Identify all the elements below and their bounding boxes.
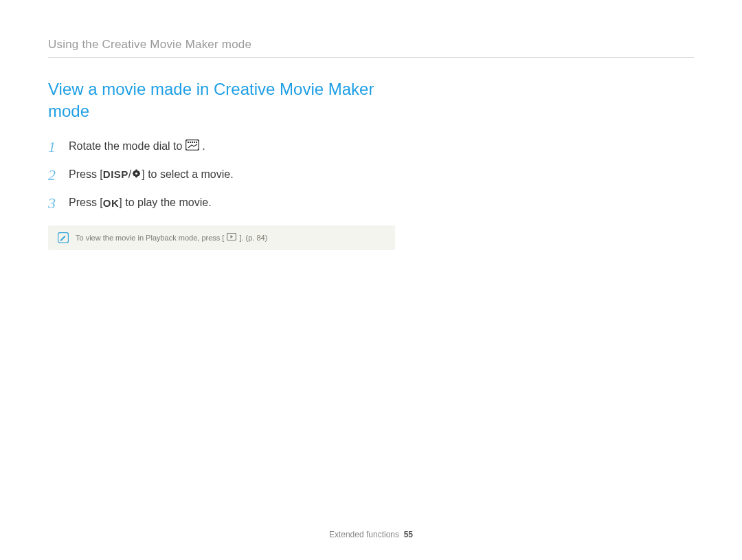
step-item: 2 Press [DISP/ ] to select a movie.: [48, 164, 405, 186]
steps-list: 1 Rotate the mode dial to .: [48, 135, 405, 214]
svg-rect-4: [194, 142, 195, 143]
footer-section: Extended functions: [329, 530, 399, 539]
page-number: 55: [404, 530, 413, 539]
movie-maker-mode-icon: [186, 139, 199, 155]
page-footer: Extended functions 55: [0, 530, 742, 539]
disp-button-icon: DISP: [103, 167, 128, 183]
svg-point-6: [135, 172, 137, 175]
svg-rect-1: [188, 142, 189, 143]
step-number: 2: [48, 164, 60, 186]
manual-page: Using the Creative Movie Maker mode View…: [0, 0, 742, 560]
svg-rect-2: [190, 142, 191, 143]
step-text: Press [OK] to play the movie.: [69, 194, 212, 211]
note-pencil-icon: [58, 232, 69, 243]
playback-icon: [227, 233, 236, 242]
section-title: View a movie made in Creative Movie Make…: [48, 78, 378, 123]
ok-button-icon: OK: [103, 196, 120, 212]
note-box: To view the movie in Playback mode, pres…: [48, 225, 395, 250]
step-item: 3 Press [OK] to play the movie.: [48, 192, 405, 214]
macro-flower-icon: [131, 167, 142, 183]
step-number: 1: [48, 135, 60, 158]
note-text: To view the movie in Playback mode, pres…: [76, 233, 267, 242]
svg-rect-5: [196, 142, 197, 143]
step-text: Rotate the mode dial to .: [69, 138, 205, 155]
svg-rect-3: [192, 142, 193, 143]
page-header: Using the Creative Movie Maker mode: [48, 38, 694, 58]
step-item: 1 Rotate the mode dial to .: [48, 135, 405, 158]
step-text: Press [DISP/ ] to select a movie.: [69, 166, 234, 183]
step-number: 3: [48, 192, 60, 214]
